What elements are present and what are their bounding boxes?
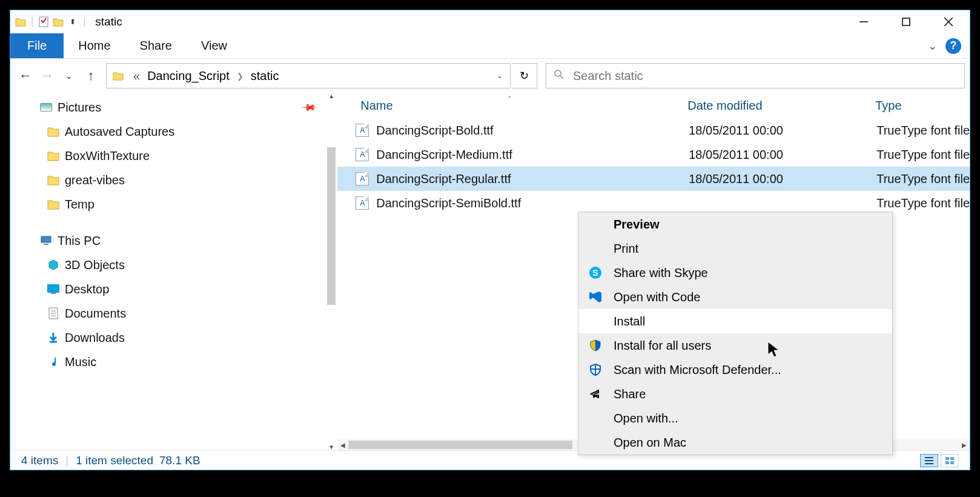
column-name[interactable]: Name⌃ <box>356 99 683 113</box>
folder-icon <box>14 15 27 28</box>
pin-icon: 📌 <box>300 99 317 116</box>
titlebar: | ⬍ | static <box>10 10 970 33</box>
nav-history-dropdown[interactable]: ⌄ <box>59 65 79 86</box>
scroll-right-icon[interactable]: ▶ <box>959 442 970 449</box>
sidebar-item-label: This PC <box>58 234 101 248</box>
ctx-share-with-skype[interactable]: SShare with Skype <box>578 261 892 285</box>
sidebar-item-label: BoxWithTexture <box>65 149 150 163</box>
file-row[interactable]: A DancingScript-Medium.ttf 18/05/2011 00… <box>337 142 970 167</box>
sidebar-scrollbar[interactable]: ▲ ▼ <box>326 93 337 450</box>
ctx-install[interactable]: Install <box>578 309 892 333</box>
breadcrumb-current[interactable]: static <box>247 69 283 83</box>
ctx-share[interactable]: Share <box>578 382 892 406</box>
svg-rect-19 <box>925 463 933 464</box>
separator: | <box>31 16 33 27</box>
sidebar-item-label: 3D Objects <box>65 258 125 272</box>
search-input[interactable] <box>573 69 957 83</box>
sidebar-item-desktop[interactable]: Desktop <box>10 277 337 301</box>
ctx-open-with-code[interactable]: Open with Code <box>578 285 892 309</box>
navbar: ← → ⌄ ↑ « Dancing_Script ❯ static ⌄ ↻ <box>10 59 970 93</box>
column-date[interactable]: Date modified <box>683 99 870 113</box>
doc-icon <box>47 307 60 320</box>
svg-rect-17 <box>925 457 933 458</box>
tab-share[interactable]: Share <box>125 33 187 58</box>
sidebar-item-label: great-vibes <box>65 173 125 187</box>
sidebar: Pictures📌Autosaved CapturesBoxWithTextur… <box>10 93 337 450</box>
file-row[interactable]: A DancingScript-Bold.ttf 18/05/2011 00:0… <box>337 118 970 142</box>
svg-rect-20 <box>945 457 949 460</box>
nav-up-button[interactable]: ↑ <box>81 65 101 86</box>
sidebar-item-label: Desktop <box>65 282 109 296</box>
tab-home[interactable]: Home <box>64 33 125 58</box>
file-explorer-window: | ⬍ | static File Home Share View ⌄ ? ← … <box>10 10 970 470</box>
file-type: TrueType font file <box>876 172 970 186</box>
svg-rect-23 <box>950 461 954 464</box>
svg-rect-9 <box>47 284 59 293</box>
minimize-button[interactable] <box>843 10 885 33</box>
sidebar-item-3d-objects[interactable]: 3D Objects <box>10 253 337 277</box>
sidebar-item-music[interactable]: Music <box>10 350 337 374</box>
scroll-left-icon[interactable]: ◀ <box>337 442 348 449</box>
sidebar-item-this-pc[interactable]: This PC <box>10 228 337 253</box>
font-file-icon: A <box>356 196 369 210</box>
folder-icon <box>111 69 125 82</box>
ctx-item-label: Scan with Microsoft Defender... <box>614 363 781 377</box>
scroll-down-icon[interactable]: ▼ <box>326 444 337 450</box>
sidebar-item-label: Pictures <box>58 101 101 115</box>
sidebar-item-boxwithtexture[interactable]: BoxWithTexture <box>10 144 337 168</box>
folder-small-icon <box>51 15 65 28</box>
ctx-install-for-all-users[interactable]: Install for all users <box>578 333 892 358</box>
refresh-button[interactable]: ↻ <box>512 63 537 88</box>
scroll-up-icon[interactable]: ▲ <box>326 93 337 99</box>
address-bar[interactable]: « Dancing_Script ❯ static ⌄ <box>106 63 511 88</box>
status-item-count: 4 items <box>21 454 58 467</box>
file-row[interactable]: A DancingScript-Regular.ttf 18/05/2011 0… <box>337 167 970 191</box>
ctx-preview[interactable]: Preview <box>578 212 892 236</box>
crumb-prefix: « <box>130 69 144 83</box>
help-button[interactable]: ? <box>945 38 961 54</box>
view-details-button[interactable] <box>920 454 938 467</box>
search-bar[interactable] <box>546 63 965 88</box>
tab-file[interactable]: File <box>10 33 64 58</box>
sidebar-item-autosaved-captures[interactable]: Autosaved Captures <box>10 119 337 144</box>
nav-back-button[interactable]: ← <box>15 65 36 86</box>
address-dropdown-icon[interactable]: ⌄ <box>489 72 510 80</box>
sidebar-item-temp[interactable]: Temp <box>10 192 337 216</box>
ctx-open-on-mac[interactable]: Open on Mac <box>578 430 892 455</box>
separator: | <box>83 16 85 27</box>
sidebar-item-documents[interactable]: Documents <box>10 301 337 325</box>
file-date: 18/05/2011 00:00 <box>689 124 876 138</box>
ctx-item-label: Install <box>614 315 645 329</box>
sidebar-item-great-vibes[interactable]: great-vibes <box>10 168 337 192</box>
nav-forward-button[interactable]: → <box>37 65 58 86</box>
svg-rect-10 <box>51 293 56 294</box>
tab-view[interactable]: View <box>187 33 242 58</box>
file-name: DancingScript-Medium.ttf <box>376 148 689 162</box>
ribbon-expand-icon[interactable]: ⌄ <box>928 39 937 53</box>
breadcrumb-parent[interactable]: Dancing_Script <box>144 69 233 83</box>
window-controls <box>843 10 970 33</box>
sidebar-item-downloads[interactable]: Downloads <box>10 325 337 350</box>
maximize-button[interactable] <box>885 10 927 33</box>
scrollbar-thumb[interactable] <box>348 441 572 449</box>
sidebar-item-pictures[interactable]: Pictures📌 <box>10 95 337 119</box>
close-button[interactable] <box>927 10 970 33</box>
scrollbar-thumb[interactable] <box>327 147 336 305</box>
font-file-icon: A <box>356 124 369 137</box>
ctx-scan-with-microsoft-defender-[interactable]: Scan with Microsoft Defender... <box>578 358 892 382</box>
ctx-open-with-[interactable]: Open with... <box>578 406 892 430</box>
pc-icon <box>39 234 53 247</box>
view-buttons <box>920 454 959 467</box>
properties-icon[interactable] <box>37 15 50 28</box>
share-icon <box>588 387 603 401</box>
window-title: static <box>95 15 122 28</box>
search-icon <box>554 69 564 83</box>
sidebar-item-label: Music <box>65 355 96 369</box>
qat-dropdown-icon[interactable]: ⬍ <box>66 15 79 28</box>
chevron-right-icon[interactable]: ❯ <box>233 72 247 81</box>
file-name: DancingScript-Bold.ttf <box>376 124 689 138</box>
sidebar-item-label: Documents <box>65 307 126 321</box>
view-thumbnails-button[interactable] <box>941 454 959 467</box>
column-type[interactable]: Type <box>870 99 970 113</box>
ctx-print[interactable]: Print <box>578 236 892 261</box>
